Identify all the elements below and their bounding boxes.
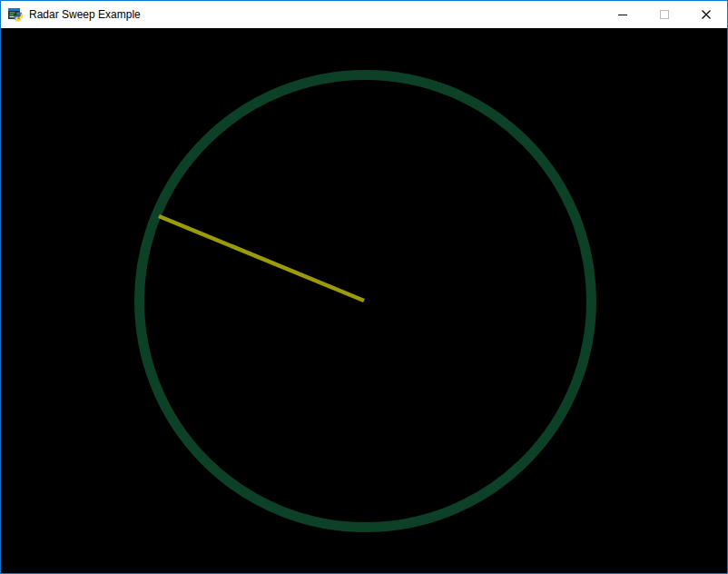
window-controls (602, 1, 727, 28)
close-button[interactable] (685, 1, 727, 28)
maximize-icon (660, 10, 669, 19)
python-app-icon (8, 7, 23, 22)
radar-canvas (1, 28, 727, 573)
titlebar[interactable]: Radar Sweep Example (1, 1, 727, 28)
close-icon (702, 10, 711, 19)
app-window: Radar Sweep Example (0, 0, 728, 574)
maximize-button[interactable] (644, 1, 685, 28)
radar-display (1, 28, 727, 573)
window-title: Radar Sweep Example (29, 1, 602, 28)
minimize-button[interactable] (602, 1, 644, 28)
minimize-icon (618, 10, 627, 19)
